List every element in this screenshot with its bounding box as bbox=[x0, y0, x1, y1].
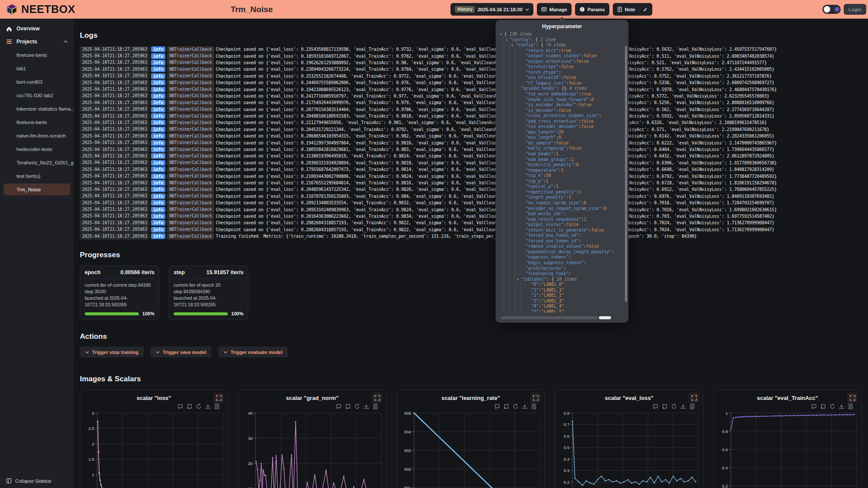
log-level-badge: info bbox=[151, 233, 165, 239]
json-tree-line[interactable]: ▾"config": { 1 item bbox=[498, 37, 624, 43]
data-view-icon[interactable] bbox=[531, 403, 537, 409]
log-message: Checkpoint saved on {'eval_loss': 0.2532… bbox=[216, 74, 772, 79]
log-source-badge: NBTrainerCallback bbox=[167, 206, 214, 213]
log-level-badge: info bbox=[151, 100, 165, 105]
zoom-select-icon[interactable] bbox=[494, 403, 500, 409]
edit-pencil-icon[interactable] bbox=[643, 7, 648, 12]
download-image-icon[interactable] bbox=[205, 403, 211, 409]
json-tree-line: "add_cross_attention":false bbox=[498, 119, 624, 124]
expand-chart-button[interactable] bbox=[530, 393, 541, 403]
download-image-icon[interactable] bbox=[363, 403, 369, 409]
zoom-reset-icon[interactable] bbox=[662, 403, 668, 409]
actions-row: Trigger stop training Trigger save model… bbox=[80, 347, 862, 357]
moon-icon bbox=[835, 7, 839, 12]
sidebar-project-item[interactable]: bert-conll03 bbox=[0, 75, 74, 88]
data-view-icon[interactable] bbox=[214, 403, 220, 409]
sidebar-item-projects[interactable]: Projects bbox=[0, 35, 74, 48]
zoom-reset-icon[interactable] bbox=[345, 403, 351, 409]
json-tree-line: "suppress_tokens": bbox=[498, 255, 624, 260]
action-trigger-button[interactable]: Trigger evaluate model bbox=[218, 347, 288, 357]
sidebar-project-item[interactable]: Terahertz_No22_Gl261_gl... bbox=[0, 156, 74, 169]
log-timestamp-badge: 2025-04-16T21:18:27.205963 bbox=[80, 100, 149, 106]
log-source-badge: NBTrainerCallback bbox=[167, 160, 214, 166]
expand-chart-button[interactable] bbox=[847, 393, 858, 403]
json-tree-line[interactable]: ▾"config": { 74 items bbox=[498, 43, 624, 48]
horizontal-scrollbar-thumb[interactable] bbox=[599, 316, 611, 319]
download-image-icon[interactable] bbox=[680, 403, 686, 409]
login-button[interactable]: Login bbox=[844, 4, 866, 15]
log-row: 2025-04-16T21:18:27.205963 info NBTraine… bbox=[80, 66, 862, 72]
params-button[interactable]: Params bbox=[575, 3, 609, 16]
refresh-icon[interactable] bbox=[354, 403, 360, 409]
manage-button[interactable]: Manage bbox=[537, 3, 572, 16]
action-trigger-button[interactable]: Trigger save model bbox=[151, 347, 211, 357]
log-message: Checkpoint saved on {'eval_loss': 0.2060… bbox=[216, 134, 774, 138]
history-dropdown[interactable]: History 2025-04-16 21:18:30 bbox=[450, 3, 533, 16]
scalar-line-chart[interactable]: 0.80.70.60.50.40.30.20.10 bbox=[557, 410, 701, 488]
log-row: 2025-04-16T21:18:27.205963 info NBTraine… bbox=[80, 119, 862, 126]
json-tree-line[interactable]: ▾"id2label": { 10 items bbox=[498, 277, 624, 282]
sidebar-project-item[interactable]: finetune-berts bbox=[0, 48, 74, 62]
zoom-select-icon[interactable] bbox=[178, 403, 184, 409]
collapse-sidebar-button[interactable]: Collapse Sidebar bbox=[6, 478, 52, 484]
neetbox-logo-icon bbox=[6, 3, 18, 15]
zoom-select-icon[interactable] bbox=[336, 403, 342, 409]
sidebar-item-label: Overview bbox=[16, 26, 39, 32]
action-trigger-button[interactable]: Trigger stop training bbox=[80, 347, 144, 357]
log-level-badge: info bbox=[151, 53, 165, 59]
json-tree-line: "output_attentions":false bbox=[498, 59, 624, 65]
progress-rate: 0.00566 iter/s bbox=[120, 269, 155, 275]
download-image-icon[interactable] bbox=[838, 403, 845, 409]
vertical-scrollbar[interactable] bbox=[625, 46, 627, 302]
theme-toggle[interactable] bbox=[822, 5, 841, 14]
hyperparameter-json-tree[interactable]: ▾{ 130 items▾"config": { 1 item▾"config"… bbox=[498, 32, 624, 313]
refresh-icon[interactable] bbox=[829, 403, 835, 409]
scalar-line-chart[interactable]: 0050040030020010 bbox=[398, 410, 543, 488]
json-tree-line: "output_scores":false bbox=[498, 222, 624, 228]
download-image-icon[interactable] bbox=[522, 403, 528, 409]
horizontal-scrollbar-track[interactable] bbox=[501, 316, 598, 319]
sidebar-item-overview[interactable]: Overview bbox=[0, 22, 74, 35]
refresh-icon[interactable] bbox=[196, 403, 202, 409]
svg-text:0.8: 0.8 bbox=[564, 411, 569, 416]
refresh-icon[interactable] bbox=[671, 403, 677, 409]
data-view-icon[interactable] bbox=[848, 403, 854, 409]
expand-chart-button[interactable] bbox=[214, 393, 224, 403]
expand-chart-button[interactable] bbox=[689, 393, 699, 403]
brand[interactable]: NEETBOX bbox=[0, 3, 75, 16]
log-source-badge: NBTrainerCallback bbox=[167, 147, 214, 153]
zoom-reset-icon[interactable] bbox=[503, 403, 510, 409]
log-message: Checkpoint saved on {'eval_loss': 0.1859… bbox=[216, 54, 774, 59]
log-console[interactable]: 2025-04-16T21:18:27.205963 info NBTraine… bbox=[80, 46, 862, 239]
data-view-icon[interactable] bbox=[689, 403, 695, 409]
projects-menu-icon bbox=[6, 39, 12, 44]
json-tree-line: "forced_eos_token_id": bbox=[498, 239, 624, 244]
sidebar-project-item-selected[interactable]: Trm_Noise bbox=[3, 183, 70, 195]
actions-section-title: Actions bbox=[80, 332, 862, 341]
chart-toolbox bbox=[240, 402, 385, 410]
sidebar-project-item[interactable]: test bert(s) bbox=[0, 169, 74, 183]
sidebar-project-item[interactable]: hedecoder-tests bbox=[0, 142, 74, 156]
json-tree-line[interactable]: ▾{ 130 items bbox=[498, 32, 624, 37]
scalar-chart-card: scalar "eval_TrainAcc" 10.80.60.40.20 bbox=[713, 390, 861, 488]
chevron-down-icon bbox=[525, 8, 529, 11]
zoom-reset-icon[interactable] bbox=[187, 403, 193, 409]
expand-chart-button[interactable] bbox=[372, 393, 382, 403]
log-source-badge: NBTrainerCallback bbox=[167, 133, 214, 139]
sidebar-project-item[interactable]: naive-llm-from-scratch bbox=[0, 129, 74, 142]
sidebar-project-item[interactable]: lab1 bbox=[0, 62, 74, 75]
sidebar-project-item[interactable]: finetune-berts bbox=[0, 115, 74, 129]
sidebar-project-item[interactable]: tokenizer statistics llama... bbox=[0, 102, 74, 115]
scalar-line-chart[interactable]: 32.521.510.50 bbox=[82, 410, 226, 488]
scalar-line-chart[interactable]: 10.80.60.40.20 bbox=[715, 410, 860, 488]
scalar-line-chart[interactable]: 403020100 bbox=[240, 410, 385, 488]
scalar-chart-card: scalar "grad_norm" 403020100 bbox=[238, 390, 386, 488]
data-view-icon[interactable] bbox=[372, 403, 378, 409]
zoom-select-icon[interactable] bbox=[811, 403, 817, 409]
progress-card: epoch 0.00566 iter/s current iter of cur… bbox=[80, 265, 159, 320]
refresh-icon[interactable] bbox=[513, 403, 519, 409]
note-button[interactable]: Note bbox=[613, 3, 652, 16]
zoom-select-icon[interactable] bbox=[653, 403, 659, 409]
sidebar-project-item[interactable]: csc791-030 lab2 bbox=[0, 88, 74, 102]
zoom-reset-icon[interactable] bbox=[820, 403, 826, 409]
